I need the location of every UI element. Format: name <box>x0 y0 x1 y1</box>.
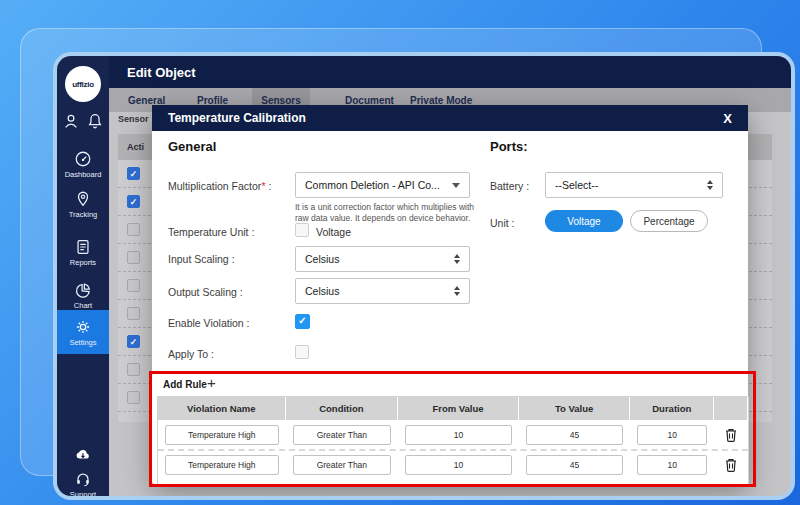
sidebar-item-label: Dashboard <box>65 170 102 179</box>
enable-violation-checkbox[interactable] <box>295 314 310 329</box>
sensor-row-checkbox[interactable] <box>127 195 140 208</box>
sensor-row-checkbox[interactable] <box>127 335 140 348</box>
sidebar-item-label: Reports <box>70 258 96 267</box>
chevron-down-icon <box>452 183 460 188</box>
rule-duration-input[interactable]: 10 <box>637 455 707 475</box>
battery-label: Battery : <box>490 180 529 192</box>
sidebar-item-label: Chart <box>74 301 92 310</box>
modal-title: Temperature Calibration <box>168 111 306 125</box>
rule-column-header: Violation Name <box>158 397 286 420</box>
sensor-table-header-label: Acti <box>127 142 144 152</box>
temperature-calibration-modal: Temperature Calibration X General Multip… <box>152 105 748 484</box>
delete-rule-button[interactable] <box>714 458 748 472</box>
battery-select[interactable]: --Select-- <box>545 172 723 198</box>
rule-condition-input[interactable]: Greater Than <box>293 425 392 445</box>
sensor-row-checkbox[interactable] <box>127 391 140 404</box>
select-arrows-icon <box>707 180 713 190</box>
multiplication-factor-label: Multiplication Factor* : <box>168 180 271 192</box>
rule-to-value-input[interactable]: 45 <box>526 425 624 445</box>
general-heading: General <box>168 139 216 154</box>
unit-voltage-button[interactable]: Voltage <box>545 210 623 232</box>
gear-icon <box>74 318 92 336</box>
select-arrows-icon <box>454 254 460 264</box>
temperature-unit-option-label: Voltage <box>316 226 351 238</box>
rule-table-header: Violation NameConditionFrom ValueTo Valu… <box>158 397 748 420</box>
rule-violation-name-input[interactable]: Temperature High <box>165 425 279 445</box>
add-rule-label: Add Rule <box>163 379 207 390</box>
rule-duration-input[interactable]: 10 <box>637 425 707 445</box>
uffizio-logo[interactable]: uffizio <box>65 66 101 102</box>
sensor-row-checkbox[interactable] <box>127 223 140 236</box>
rule-table: Violation NameConditionFrom ValueTo Valu… <box>157 396 749 485</box>
unit-percentage-button[interactable]: Percentage <box>630 210 708 232</box>
output-scaling-label: Output Scaling : <box>168 286 243 298</box>
rule-column-header: Duration <box>630 397 714 420</box>
sidebar-item-chart[interactable]: Chart <box>57 281 109 310</box>
rule-condition-input[interactable]: Greater Than <box>293 455 392 475</box>
add-rule-plus-icon[interactable]: + <box>207 374 216 391</box>
sidebar-item-label: Tracking <box>69 210 97 219</box>
sidebar: uffizio Dashboard <box>57 56 109 496</box>
sidebar-item-support[interactable]: Support <box>57 470 109 499</box>
edit-object-window: uffizio Dashboard <box>53 52 795 500</box>
apply-to-label: Apply To : <box>168 348 214 360</box>
select-arrows-icon <box>454 286 460 296</box>
trash-icon <box>725 428 737 442</box>
rule-from-value-input[interactable]: 10 <box>405 425 512 445</box>
rule-column-header: Condition <box>286 397 399 420</box>
rule-violation-name-input[interactable]: Temperature High <box>165 455 279 475</box>
apply-to-checkbox[interactable] <box>295 345 309 359</box>
sensor-row-checkbox[interactable] <box>127 279 140 292</box>
input-scaling-select[interactable]: Celsius <box>295 246 470 272</box>
temperature-unit-label: Temperature Unit : <box>168 226 254 238</box>
map-pin-icon <box>74 190 92 208</box>
output-scaling-select[interactable]: Celsius <box>295 278 470 304</box>
input-scaling-value: Celsius <box>305 253 454 265</box>
close-icon[interactable]: X <box>723 111 732 126</box>
enable-violation-label: Enable Violation : <box>168 317 250 329</box>
multiplication-factor-helper: It is a unit correction factor which mul… <box>295 202 481 224</box>
sensor-row-checkbox[interactable] <box>127 251 140 264</box>
ports-heading: Ports: <box>490 139 528 154</box>
sensor-row-checkbox[interactable] <box>127 167 140 180</box>
report-document-icon <box>74 238 92 256</box>
multiplication-factor-value: Common Deletion - API Co... <box>305 179 452 191</box>
rule-column-header: To Value <box>519 397 631 420</box>
sidebar-item-settings[interactable]: Settings <box>57 310 109 354</box>
headset-icon <box>74 470 92 488</box>
rule-column-header-actions <box>714 397 748 420</box>
cloud-download-icon-item[interactable] <box>57 445 109 463</box>
rule-row: Temperature HighGreater Than104510 <box>158 420 748 449</box>
window-header: Edit Object <box>109 56 791 88</box>
rule-column-header: From Value <box>398 397 519 420</box>
multiplication-factor-select[interactable]: Common Deletion - API Co... <box>295 172 470 198</box>
sensor-row-checkbox[interactable] <box>127 363 140 376</box>
pie-chart-icon <box>74 281 92 299</box>
sidebar-item-reports[interactable]: Reports <box>57 238 109 267</box>
delete-rule-button[interactable] <box>714 428 748 442</box>
trash-icon <box>725 458 737 472</box>
cloud-download-icon <box>74 445 92 463</box>
sidebar-item-dashboard[interactable]: Dashboard <box>57 150 109 179</box>
sensor-section-label: Sensor <box>118 114 149 124</box>
user-icon[interactable] <box>62 112 80 130</box>
modal-header: Temperature Calibration X <box>152 105 748 131</box>
unit-label: Unit : <box>490 217 515 229</box>
rule-row: Temperature HighGreater Than104510 <box>158 449 748 478</box>
sidebar-item-tracking[interactable]: Tracking <box>57 190 109 219</box>
battery-value: --Select-- <box>555 179 707 191</box>
temperature-unit-checkbox[interactable] <box>295 223 309 237</box>
bell-icon[interactable] <box>86 112 104 130</box>
rule-from-value-input[interactable]: 10 <box>405 455 512 475</box>
rule-to-value-input[interactable]: 45 <box>526 455 624 475</box>
output-scaling-value: Celsius <box>305 285 454 297</box>
sidebar-item-label: Settings <box>69 338 96 347</box>
screen: uffizio Dashboard <box>0 0 800 505</box>
input-scaling-label: Input Scaling : <box>168 253 235 265</box>
sensor-row-checkbox[interactable] <box>127 307 140 320</box>
sidebar-item-label: Support <box>70 490 96 499</box>
logo-text: uffizio <box>72 80 93 89</box>
window-title: Edit Object <box>127 65 196 80</box>
dashboard-icon <box>74 150 92 168</box>
